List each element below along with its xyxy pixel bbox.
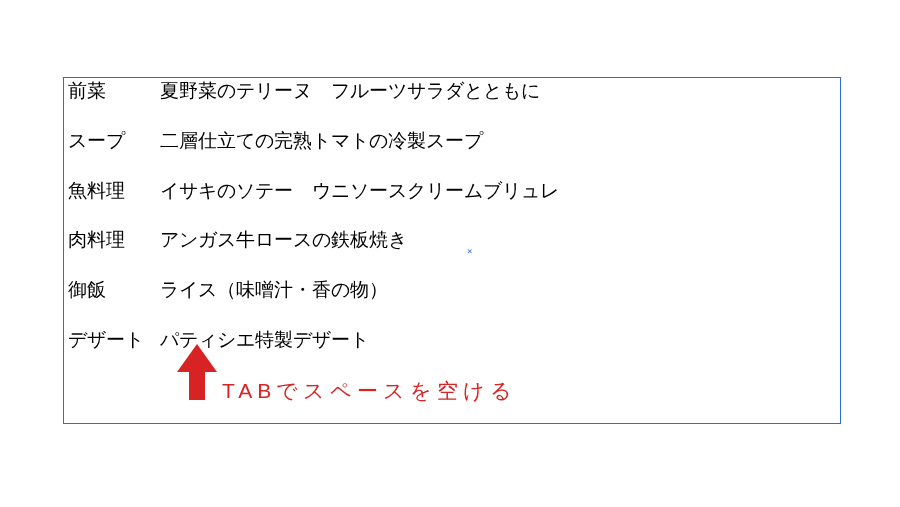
menu-desc: 夏野菜のテリーヌ フルーツサラダとともに: [160, 80, 540, 103]
menu-desc: アンガス牛ロースの鉄板焼き: [160, 229, 407, 252]
menu-label: 肉料理: [68, 229, 160, 252]
menu-row: 御飯 ライス（味噌汁・香の物）: [68, 279, 836, 302]
page: 前菜 夏野菜のテリーヌ フルーツサラダとともに スープ 二層仕立ての完熟トマトの…: [0, 0, 900, 507]
menu-row: 魚料理 イサキのソテー ウニソースクリームブリュレ: [68, 180, 836, 203]
menu-desc: イサキのソテー ウニソースクリームブリュレ: [160, 180, 559, 203]
menu-row: スープ 二層仕立ての完熟トマトの冷製スープ: [68, 130, 836, 153]
menu-label: デザート: [68, 329, 160, 352]
menu-label: スープ: [68, 130, 160, 153]
text-frame[interactable]: 前菜 夏野菜のテリーヌ フルーツサラダとともに スープ 二層仕立ての完熟トマトの…: [63, 77, 841, 424]
menu-row: 前菜 夏野菜のテリーヌ フルーツサラダとともに: [68, 80, 836, 103]
menu-desc: 二層仕立ての完熟トマトの冷製スープ: [160, 130, 483, 153]
text-end-marker-icon: ×: [467, 247, 472, 256]
menu-row: 肉料理 アンガス牛ロースの鉄板焼き: [68, 229, 836, 252]
menu-label: 御飯: [68, 279, 160, 302]
menu-label: 魚料理: [68, 180, 160, 203]
annotation-text: TABでスペースを空ける: [222, 377, 517, 405]
menu-label: 前菜: [68, 80, 160, 103]
arrow-up-icon: [177, 344, 217, 400]
svg-marker-0: [177, 344, 217, 400]
menu-desc: ライス（味噌汁・香の物）: [160, 279, 388, 302]
